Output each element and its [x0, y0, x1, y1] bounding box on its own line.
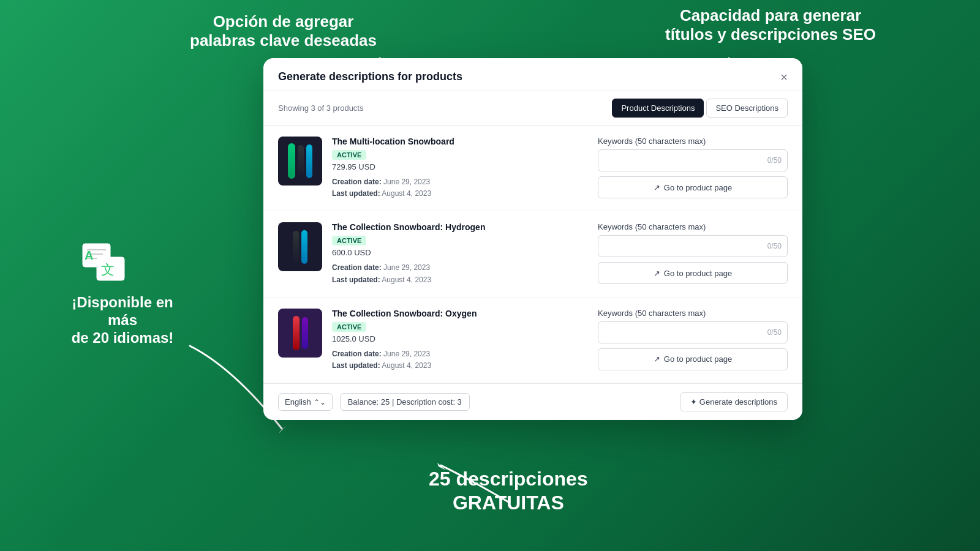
goto-product-button-2[interactable]: ↗ Go to product page: [598, 262, 788, 284]
char-count-3: 0/50: [767, 328, 782, 337]
keywords-input-3[interactable]: [598, 321, 788, 343]
status-badge-2: ACTIVE: [332, 236, 366, 246]
product-image-2: [278, 222, 322, 271]
keywords-input-wrap-1: 0/50: [598, 149, 788, 171]
tab-group: Product Descriptions SEO Descriptions: [612, 99, 788, 118]
product-info-1: The Multi-location Snowboard ACTIVE 729.…: [332, 137, 588, 200]
dialog-subheader: Showing 3 of 3 products Product Descript…: [263, 91, 802, 126]
annotation-free-line1: 25 descripciones: [429, 467, 588, 490]
tab-product-descriptions[interactable]: Product Descriptions: [612, 99, 704, 118]
generate-descriptions-button[interactable]: ✦ Generate descriptions: [680, 392, 788, 411]
goto-icon-3: ↗: [654, 354, 660, 364]
product-meta-1: Creation date: June 29, 2023 Last update…: [332, 176, 588, 200]
keywords-input-wrap-2: 0/50: [598, 235, 788, 257]
keywords-label-2: Keywords (50 characters max): [598, 222, 788, 231]
chevron-down-icon: ⌃⌄: [314, 398, 326, 407]
showing-text: Showing 3 of 3 products: [278, 103, 363, 113]
product-info-3: The Collection Snowboard: Oxygen ACTIVE …: [332, 309, 588, 372]
annotation-keywords-text: Opción de agregarpalabras clave deseadas: [190, 12, 377, 50]
products-list: The Multi-location Snowboard ACTIVE 729.…: [263, 126, 802, 383]
product-name-2: The Collection Snowboard: Hydrogen: [332, 222, 588, 232]
dialog-footer: English ⌃⌄ Balance: 25 | Description cos…: [263, 383, 802, 420]
product-name-1: The Multi-location Snowboard: [332, 137, 588, 146]
annotation-free-line2: GRATUITAS: [429, 491, 588, 514]
close-button[interactable]: ×: [780, 71, 788, 83]
translate-icon: 文 A: [80, 239, 129, 288]
annotation-languages-text: ¡Disponible en másde 20 idiomas!: [72, 294, 174, 346]
product-price-1: 729.95 USD: [332, 162, 588, 171]
table-row: The Collection Snowboard: Oxygen ACTIVE …: [263, 298, 802, 383]
product-image-1: [278, 137, 322, 186]
annotation-languages: ¡Disponible en másde 20 idiomas!: [55, 294, 190, 347]
product-price-2: 600.0 USD: [332, 248, 588, 257]
keywords-label-1: Keywords (50 characters max): [598, 137, 788, 146]
char-count-2: 0/50: [767, 242, 782, 250]
goto-label-3: Go to product page: [664, 354, 732, 364]
language-select[interactable]: English ⌃⌄: [278, 393, 333, 411]
goto-label-2: Go to product page: [664, 269, 732, 278]
svg-marker-10: [279, 425, 287, 433]
goto-product-button-3[interactable]: ↗ Go to product page: [598, 348, 788, 370]
status-badge-1: ACTIVE: [332, 150, 366, 160]
annotation-keywords: Opción de agregarpalabras clave deseadas: [190, 12, 377, 50]
product-actions-2: Keywords (50 characters max) 0/50 ↗ Go t…: [598, 222, 788, 284]
svg-text:A: A: [85, 249, 93, 262]
product-meta-2: Creation date: June 29, 2023 Last update…: [332, 262, 588, 285]
dialog-title: Generate descriptions for products: [278, 70, 462, 83]
product-actions-1: Keywords (50 characters max) 0/50 ↗ Go t…: [598, 137, 788, 198]
product-meta-3: Creation date: June 29, 2023 Last update…: [332, 348, 588, 372]
product-info-2: The Collection Snowboard: Hydrogen ACTIV…: [332, 222, 588, 285]
char-count-1: 0/50: [767, 156, 782, 165]
table-row: The Multi-location Snowboard ACTIVE 729.…: [263, 126, 802, 211]
keywords-input-2[interactable]: [598, 235, 788, 257]
keywords-input-wrap-3: 0/50: [598, 321, 788, 343]
tab-seo-descriptions[interactable]: SEO Descriptions: [706, 99, 788, 118]
balance-info: Balance: 25 | Description cost: 3: [340, 393, 470, 411]
product-actions-3: Keywords (50 characters max) 0/50 ↗ Go t…: [598, 309, 788, 370]
annotation-seo: Capacidad para generartítulos y descripc…: [665, 6, 876, 44]
product-name-3: The Collection Snowboard: Oxygen: [332, 309, 588, 318]
keywords-label-3: Keywords (50 characters max): [598, 309, 788, 318]
dialog-header: Generate descriptions for products ×: [263, 58, 802, 91]
status-badge-3: ACTIVE: [332, 322, 366, 332]
goto-icon-2: ↗: [654, 269, 660, 278]
annotation-free: 25 descripciones GRATUITAS: [429, 467, 588, 514]
annotation-seo-text: Capacidad para generartítulos y descripc…: [665, 6, 876, 43]
product-image-3: [278, 309, 322, 358]
language-value: English: [285, 397, 311, 407]
goto-product-button-1[interactable]: ↗ Go to product page: [598, 176, 788, 198]
product-price-3: 1025.0 USD: [332, 334, 588, 343]
table-row: The Collection Snowboard: Hydrogen ACTIV…: [263, 211, 802, 297]
svg-text:文: 文: [101, 262, 115, 277]
dialog-card: Generate descriptions for products × Sho…: [263, 58, 802, 420]
goto-icon-1: ↗: [654, 183, 660, 192]
keywords-input-1[interactable]: [598, 149, 788, 171]
goto-label-1: Go to product page: [664, 183, 732, 192]
